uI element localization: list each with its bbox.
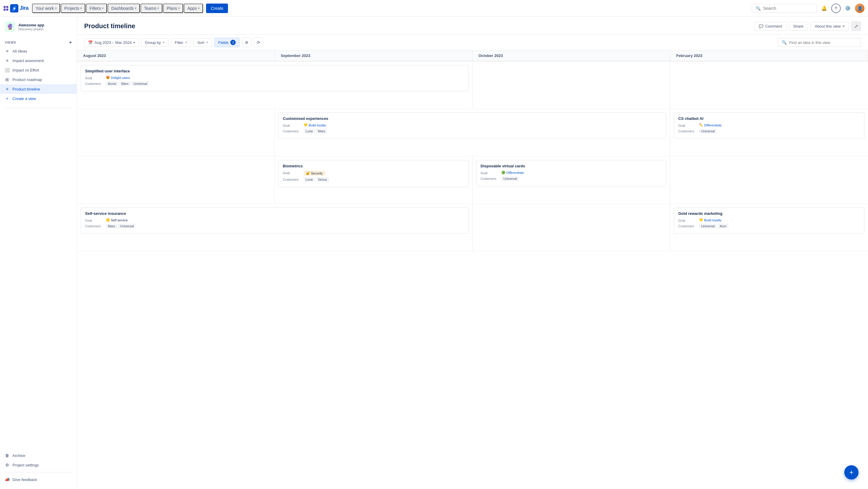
card-gold-rewards[interactable]: Gold rewards marketing Goal 💛 Build loya… — [674, 207, 864, 234]
customer-tag: Lune — [304, 177, 315, 182]
sidebar-item-impact-assessment[interactable]: ≡ Impact assesment — [0, 56, 77, 65]
customer-tag: Universal — [132, 81, 149, 86]
chevron-down-icon: ▾ — [178, 6, 180, 10]
sidebar-item-create-view[interactable]: + Create a view — [0, 94, 77, 103]
project-header[interactable]: 🔮 Awesome app Discovery project — [0, 17, 77, 36]
sidebar-item-project-settings[interactable]: ⚙ Project settings — [0, 460, 77, 470]
nav-apps[interactable]: Apps ▾ — [184, 4, 203, 13]
goal-value: 💛 Build loyalty — [699, 218, 721, 222]
goal-label: Goal — [85, 218, 104, 222]
project-info: Awesome app Discovery project — [19, 23, 44, 31]
card-virtual-cards[interactable]: Disposable virtual cards Goal 🟢 Differen… — [476, 160, 666, 186]
card-title: Disposable virtual cards — [480, 164, 662, 168]
card-goal-row: Goal 🟡 Self service — [85, 218, 464, 222]
search-input[interactable] — [763, 6, 813, 11]
customers-value: Acme Mars Universal — [106, 81, 149, 86]
card-title: Self-service insurance — [85, 211, 464, 216]
card-customised-experiences[interactable]: Customised experiences Goal 💛 Build loya… — [278, 112, 666, 139]
goal-link[interactable]: 💛 Build loyalty — [304, 123, 326, 127]
customer-tag: Universal — [501, 176, 519, 181]
group-by-button[interactable]: Group by + — [141, 38, 169, 47]
project-subtitle: Discovery project — [19, 27, 44, 31]
nav-dashboards[interactable]: Dashboards ▾ — [107, 4, 140, 13]
add-view-icon[interactable]: + — [69, 40, 72, 45]
sidebar-bottom: 🗑 Archive ⚙ Project settings 📣 Give feed… — [0, 448, 77, 489]
timeline-col-sep: September 2023 — [275, 51, 472, 61]
fields-button[interactable]: Fields 3 — [214, 38, 240, 47]
nav-items: Your work ▾ Projects ▾ Filters ▾ Dashboa… — [32, 4, 751, 13]
chevron-down-icon: ▾ — [80, 6, 82, 10]
sidebar-item-impact-effort[interactable]: ⬜ Impact vs Effort — [0, 65, 77, 75]
nav-right: 🔍 🔔 ? ⚙️ 👤 — [752, 4, 864, 13]
sidebar-divider-2 — [5, 472, 72, 472]
search-ideas-input[interactable] — [789, 40, 857, 45]
sidebar-item-give-feedback[interactable]: 📣 Give feedback — [0, 475, 77, 484]
goal-link[interactable]: 💛 Build loyalty — [699, 218, 721, 222]
timeline-col-aug: August 2023 — [77, 51, 275, 61]
nav-your-work[interactable]: Your work ▾ — [32, 4, 60, 13]
goal-value: 💛 Build loyalty — [304, 123, 326, 127]
customers-value: Mars Universal — [106, 224, 136, 228]
chevron-down-icon: ▾ — [102, 6, 103, 10]
card-customers-row: Customers Universal Acm — [678, 224, 860, 228]
create-fab[interactable]: + — [844, 465, 859, 480]
main-content: Product timeline 💬 Comment Share About t… — [77, 17, 868, 489]
comment-button[interactable]: 💬 Comment — [754, 22, 786, 31]
goal-link[interactable]: 🔐 Security — [304, 171, 325, 176]
timeline-cell-r3-2: Biometrics Goal 🔐 Security Custo — [275, 156, 472, 204]
nav-plans[interactable]: Plans ▾ — [163, 4, 183, 13]
customer-tag: Venus — [316, 177, 329, 182]
card-customers-row: Customers Mars Universal — [85, 224, 464, 228]
goal-link[interactable]: 🟡 Self service — [106, 218, 128, 222]
chart-icon: ⬜ — [5, 68, 9, 73]
card-title: Customised experiences — [283, 116, 662, 121]
view-options-button[interactable]: ⊞ — [242, 38, 251, 47]
goal-link[interactable]: ✏️ Differentiate — [699, 123, 721, 127]
timeline-cell-r2-span: Customised experiences Goal 💛 Build loya… — [275, 109, 670, 156]
customers-value: Universal Acm — [699, 224, 728, 228]
search-icon: 🔍 — [756, 6, 761, 11]
goal-emoji: 🟡 — [106, 218, 110, 222]
sidebar-item-product-roadmap[interactable]: ⊞ Product roadmap — [0, 75, 77, 84]
list-icon: ≡ — [5, 49, 9, 53]
auto-schedule-button[interactable]: ⟳ — [254, 38, 263, 47]
settings-button[interactable]: ⚙️ — [843, 4, 852, 13]
goal-link[interactable]: 🟢 Differentiate — [501, 171, 524, 174]
sidebar-item-product-timeline[interactable]: ≡ Product timeline — [0, 84, 77, 94]
about-view-button[interactable]: About this view ≡ — [810, 22, 849, 31]
card-simplified-ui[interactable]: Simplified user interface Goal 😍 Delight… — [81, 65, 469, 91]
goal-emoji: 🔐 — [306, 171, 310, 175]
customer-tag: Universal — [699, 224, 717, 228]
timeline-icon: ≡ — [5, 87, 9, 91]
nav-projects[interactable]: Projects ▾ — [61, 4, 86, 13]
goal-link[interactable]: 😍 Delight users — [106, 76, 130, 80]
timeline-row-4: Self-service insurance Goal 🟡 Self servi… — [77, 204, 868, 251]
search-inline[interactable]: 🔍 — [778, 38, 861, 47]
timeline-cell-r4-4: Gold rewards marketing Goal 💛 Build loya… — [670, 204, 868, 251]
date-range-button[interactable]: 📅 Aug 2023 – Mar 2024 ▾ — [84, 38, 139, 47]
sort-button[interactable]: Sort + — [193, 38, 212, 47]
card-customers-row: Customers Lune Mars — [283, 129, 662, 134]
goal-label: Goal — [283, 171, 302, 175]
filter-button[interactable]: Filter + — [171, 38, 191, 47]
create-button[interactable]: Create — [206, 4, 228, 13]
expand-button[interactable]: ⤢ — [851, 21, 861, 31]
timeline-cell-3 — [472, 61, 670, 109]
grid-menu-icon[interactable] — [4, 6, 8, 11]
card-customers-row: Customers Acme Mars Universal — [85, 81, 464, 86]
help-button[interactable]: ? — [831, 4, 841, 13]
nav-teams[interactable]: Teams ▾ — [141, 4, 162, 13]
search-box[interactable]: 🔍 — [752, 4, 817, 13]
nav-filters[interactable]: Filters ▾ — [86, 4, 107, 13]
card-self-service-insurance[interactable]: Self-service insurance Goal 🟡 Self servi… — [81, 207, 469, 234]
card-cs-chatbot[interactable]: CS chatbot AI Goal ✏️ Differentiate — [674, 112, 864, 139]
sidebar-item-all-ideas[interactable]: ≡ All ideas — [0, 46, 77, 56]
card-goal-row: Goal ✏️ Differentiate — [678, 123, 860, 127]
jira-logo[interactable]: Jira — [10, 4, 28, 12]
notifications-button[interactable]: 🔔 — [819, 4, 829, 13]
share-button[interactable]: Share — [789, 22, 808, 31]
user-avatar[interactable]: 👤 — [855, 4, 864, 13]
card-biometrics[interactable]: Biometrics Goal 🔐 Security Custo — [278, 160, 469, 187]
sidebar-item-archive[interactable]: 🗑 Archive — [0, 451, 77, 460]
customer-tag: Mars — [106, 224, 117, 228]
